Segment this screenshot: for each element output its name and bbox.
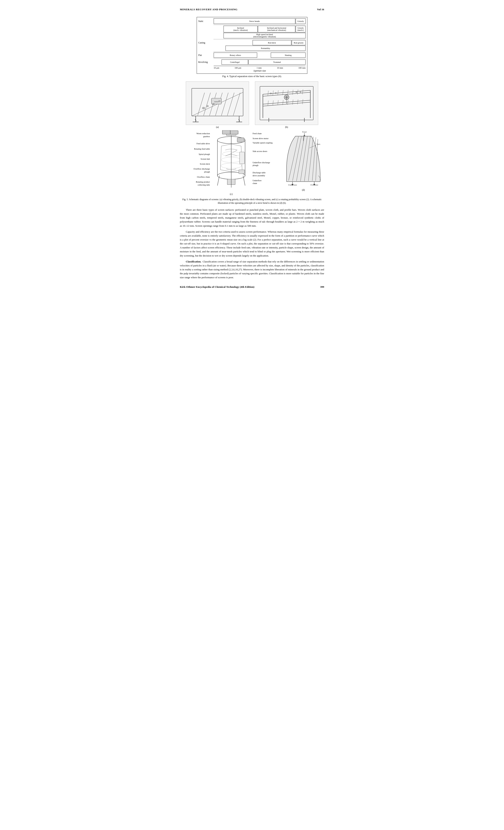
fig5-a-image: motor [186,82,249,125]
overflow-discharge-plough-label: Overflow dischargeplough [184,167,210,173]
inclined-horiz-box: Inclined and horizontal(mechanical vibra… [258,26,295,32]
fig5-c-machine: (c) [212,130,251,196]
fig5-cd-row: Worm reductiongearbox Feed table drive R… [180,130,324,196]
page-header: MINERALS RECOVERY AND PROCESSING Vol 16 [180,8,324,11]
classification-heading: Classification. [186,260,201,263]
axis-10mm: 10 mm [277,67,283,69]
svg-rect-54 [230,131,238,134]
feed-table-drive-label: Feed table drive [184,142,210,145]
fig5-b-label: (b) [285,126,288,129]
underflow-discharge-plough-label: Underflow dischargeplough [253,161,277,167]
svg-rect-53 [222,130,230,134]
svg-rect-62 [240,152,245,164]
overflow-chute-label: Overflow chute [184,176,210,179]
highspeed-box: High speed inclined(electromagnetic vibr… [224,33,306,38]
body-para1: There are three basic types of screen su… [180,208,324,228]
dashed-line-3 [214,52,306,52]
grizzly-mech-box: Grizzly(mech.) [296,26,306,32]
sieve-bend-svg: Feed [284,130,323,189]
header-vol: Vol 16 [317,8,324,11]
fig5-a-label: (a) [216,126,219,129]
sieve-bends-box: Sieve bends [214,19,295,24]
flat-label: Flat [198,54,202,56]
svg-line-33 [292,100,293,104]
rod-deck-box: Rod deck [253,40,291,45]
probability-box: Probability [225,46,306,51]
axis-100mm: 100 mm [298,67,306,69]
body-para2: Capacity and efficiency are the two crit… [180,230,324,258]
rotating-product-tube-label: Rotating productcollecting tube [184,181,210,186]
svg-line-7 [227,93,234,116]
rotary-box: Rotary sifters [214,53,257,58]
underflow-chute-label: Underflowchute [253,179,277,185]
svg-point-18 [218,100,221,102]
footer-page-number: 399 [320,285,324,289]
fig4-caption: Fig. 4. Typical separation sizes of the … [222,75,282,78]
discharge-table-drive-label: Discharge tabledrive assembly [253,171,277,177]
feed-chute-label: Feed chute [253,132,277,135]
svg-text:Bars: Bars [317,143,320,145]
svg-line-22 [278,90,278,95]
svg-text:Feed: Feed [302,131,307,133]
fig5-c-sublabel: (c) [212,193,251,196]
svg-point-44 [295,92,297,93]
svg-line-20 [268,91,269,96]
svg-line-25 [292,90,293,95]
svg-rect-63 [239,170,245,174]
svg-line-35 [303,99,303,104]
fig5-c-left-labels: Worm reductiongearbox Feed table drive R… [184,132,212,186]
spiral-plough-label: Spiral plough [184,153,210,156]
header-title: MINERALS RECOVERY AND PROCESSING [180,8,238,11]
body-para3: Classification. Classification covers a … [180,260,324,280]
svg-line-27 [303,89,303,94]
svg-rect-55 [237,138,244,142]
svg-line-6 [221,93,228,116]
figure-4-container: Static Sieve bends Grizzly Inclined(mech… [180,17,324,78]
footer-encyclopedia-title: Kirk-Othmer Encyclopedia of Chemical Tec… [180,285,254,289]
fig5-c-right-labels: Feed chute Screen drive motor Variable s… [251,132,277,185]
axis-title: Aperture size [214,69,306,72]
inclined-box: Inclined(mech. vibration) [224,26,257,32]
revolving-label: Revolving [198,61,208,63]
fig5-b-image [255,82,318,125]
fig5-d-container: Feed [283,130,324,191]
static-label: Static [198,20,203,22]
fig5-caption: Fig. 5. Schematic diagrams of screens: (… [180,198,324,205]
variable-speed-label: Variable speed coupling [253,141,277,145]
svg-line-3 [203,93,211,116]
svg-point-16 [206,105,209,107]
fig5-b-diagram: (b) [255,82,318,129]
fig5-d-sublabel: (d) [302,189,305,191]
page-footer: Kirk-Othmer Encyclopedia of Chemical Tec… [180,285,324,289]
svg-line-26 [297,90,298,94]
axis-10um: 10 μm [214,67,219,69]
fig5-c-diagram: Worm reductiongearbox Feed table drive R… [180,130,281,196]
worm-reduction-label: Worm reductiongearbox [184,132,210,138]
fig5-d-diagram: Feed [284,130,323,189]
svg-line-28 [268,101,269,105]
svg-line-29 [273,100,273,105]
rotating-screen-svg [212,130,251,191]
screen-hub-label: Screen hub [184,158,210,161]
fig5-c-container: Worm reductiongearbox Feed table drive R… [180,130,281,196]
centrifugal-box: Centrifugal [222,60,248,65]
casting-label: Casting [198,41,205,44]
axis-100um: 100 μm [234,67,241,69]
svg-line-30 [278,100,278,105]
dashed-line-1 [214,25,306,25]
svg-line-21 [273,91,273,95]
screen-drive-motor-label: Screen drive motor [253,137,277,140]
side-access-doors-label: Side access doors [253,150,277,153]
rotating-feed-table-label: Rotating feed table [184,148,210,151]
svg-point-45 [300,92,301,93]
fig5-ab-row: motor (a) [180,82,324,129]
double-deck-svg [257,83,316,124]
svg-point-15 [202,107,205,109]
vibrating-grizzly-svg: motor [188,83,247,124]
rod-grizzly-box: Rod grizzly [292,40,306,45]
dashed-line-2 [214,39,306,39]
fig5-a-diagram: motor (a) [186,82,249,129]
svg-line-34 [297,99,298,104]
svg-point-17 [212,103,215,105]
svg-line-2 [198,93,204,116]
